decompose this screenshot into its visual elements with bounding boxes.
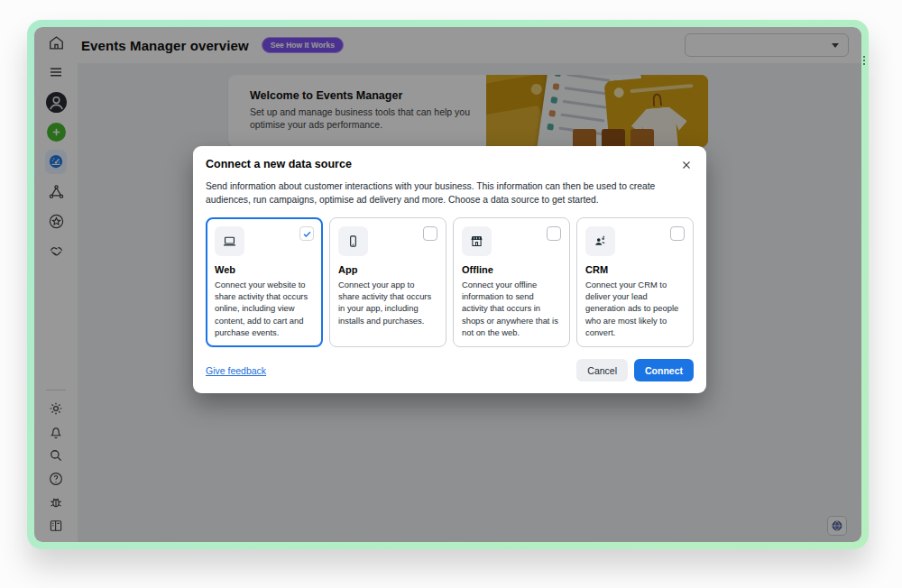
- connect-button[interactable]: Connect: [634, 359, 694, 381]
- people-icon: [585, 226, 615, 256]
- card-app-title: App: [338, 264, 437, 275]
- close-icon[interactable]: [679, 158, 694, 172]
- give-feedback-link[interactable]: Give feedback: [206, 365, 266, 376]
- card-app-description: Connect your app to share activity that …: [338, 279, 437, 326]
- card-web-checkbox[interactable]: [299, 226, 314, 241]
- card-web[interactable]: Web Connect your website to share activi…: [206, 217, 323, 347]
- card-crm[interactable]: CRM Connect your CRM to deliver your lea…: [576, 217, 694, 347]
- card-crm-description: Connect your CRM to deliver your lead ge…: [585, 279, 685, 338]
- card-app-checkbox[interactable]: [423, 226, 437, 241]
- mobile-icon: [338, 226, 368, 256]
- card-offline[interactable]: Offline Connect your offline information…: [453, 217, 570, 347]
- card-crm-checkbox[interactable]: [670, 226, 685, 241]
- app-window: Events Manager overview See How It Works…: [27, 20, 869, 549]
- store-icon: [462, 226, 492, 256]
- card-web-description: Connect your website to share activity t…: [215, 279, 314, 338]
- data-source-cards: Web Connect your website to share activi…: [206, 217, 694, 347]
- card-crm-title: CRM: [585, 264, 685, 275]
- card-offline-description: Connect your offline information to send…: [462, 279, 561, 338]
- card-offline-checkbox[interactable]: [547, 226, 561, 241]
- card-web-title: Web: [215, 264, 314, 275]
- cancel-button[interactable]: Cancel: [576, 359, 628, 381]
- events-manager-app: Events Manager overview See How It Works…: [34, 27, 861, 542]
- modal-title: Connect a new data source: [206, 158, 352, 170]
- connect-data-source-modal: Connect a new data source Send informati…: [193, 146, 706, 393]
- card-app[interactable]: App Connect your app to share activity t…: [329, 217, 446, 347]
- card-offline-title: Offline: [462, 264, 561, 275]
- modal-description: Send information about customer interact…: [206, 180, 693, 207]
- laptop-icon: [215, 226, 244, 256]
